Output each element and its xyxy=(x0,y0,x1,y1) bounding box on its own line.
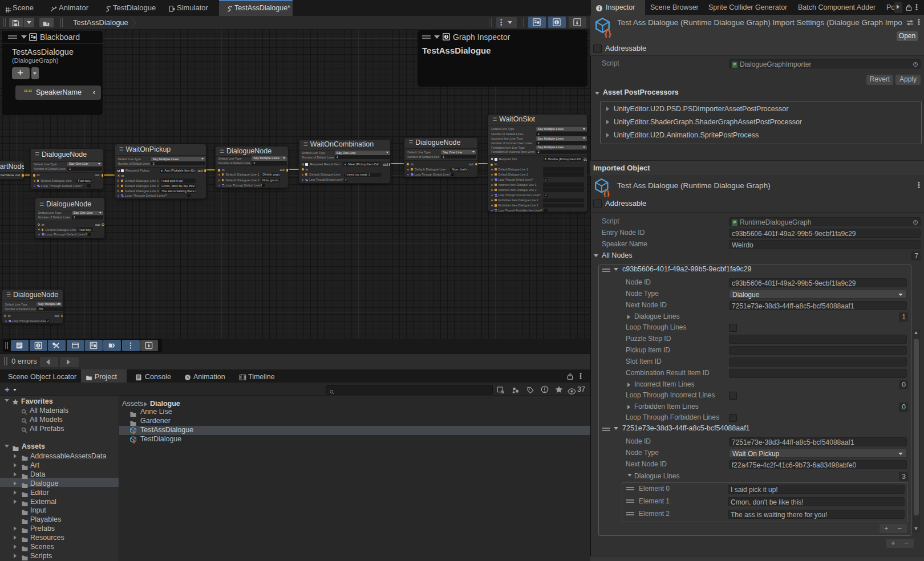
svg-text:{}: {} xyxy=(605,29,611,38)
svg-text:{}: {} xyxy=(132,430,136,434)
svg-text:{}: {} xyxy=(603,189,610,197)
svg-text:{}: {} xyxy=(132,440,136,444)
